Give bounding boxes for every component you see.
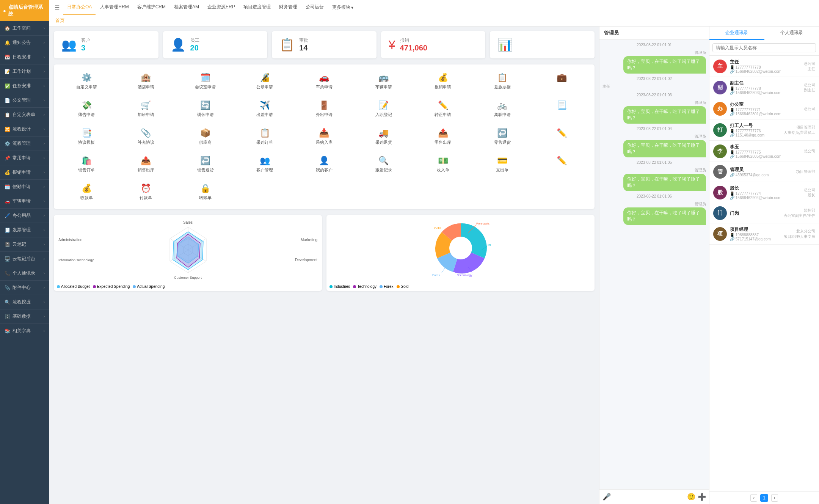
sidebar-item-自定义表单[interactable]: 📋自定义表单›	[0, 108, 49, 122]
icon-item[interactable]: ✏️转正申请	[415, 97, 471, 121]
icon-item[interactable]: 📑协议模板	[58, 124, 115, 149]
icon-item[interactable]: 📋差旅票据	[474, 69, 531, 94]
nav-item-企业资源ERP[interactable]: 企业资源ERP	[204, 0, 239, 15]
icon-item[interactable]: ✈️出差申请	[237, 97, 293, 121]
icon-item[interactable]: ⚙️自定义申请	[58, 69, 115, 94]
icon-item[interactable]: 📎补充协议	[118, 124, 174, 149]
icon-item[interactable]: 📃	[533, 97, 590, 121]
sidebar-item-附件中心[interactable]: 📎附件中心›	[0, 281, 49, 295]
icon-item[interactable]: 📤销售出库	[118, 152, 174, 177]
icon-item[interactable]: 🔍跟进记录	[355, 152, 412, 177]
icon-item[interactable]: 🔏公章申请	[237, 69, 293, 94]
sidebar-item-发票管理[interactable]: 🧾发票管理›	[0, 223, 49, 237]
sidebar-item-公文管理[interactable]: 📄公文管理›	[0, 93, 49, 108]
sidebar-item-云笔记后台[interactable]: 🖥️云笔记后台›	[0, 252, 49, 266]
icon-item[interactable]: 💰收款单	[58, 180, 115, 204]
contact-item[interactable]: 李 李玉 📱 177777777775 🔗 15668462805@weixin…	[709, 141, 819, 162]
contact-dept: 总公司	[804, 149, 815, 154]
icon-item[interactable]: 🛍️销售订单	[58, 152, 115, 177]
sidebar-item-日程安排[interactable]: 📅日程安排›	[0, 50, 49, 64]
contact-item[interactable]: 项 项目经理 📱 19888888887 🔗 571715147@qq.com …	[709, 223, 819, 245]
contact-item[interactable]: 副 副主任 📱 177777777778 🔗 15668462803@weixi…	[709, 77, 819, 98]
icon-item[interactable]: 💼	[533, 69, 590, 94]
sidebar-item-工作计划[interactable]: 📝工作计划›	[0, 64, 49, 79]
icon-item[interactable]: 🔒转账单	[177, 180, 234, 204]
radar-chart-card: Sales Marketing Development Customer Sup…	[54, 215, 322, 291]
nav-item-财务管理[interactable]: 财务管理	[275, 0, 301, 15]
tab-enterprise[interactable]: 企业通讯录	[709, 27, 764, 40]
contact-item[interactable]: 打 打工人一号 📱 177777777776 🔗 115140@qq.com 项…	[709, 119, 819, 141]
sidebar-item-常用申请[interactable]: 📌常用申请›	[0, 151, 49, 165]
contact-avatar: 副	[713, 81, 727, 94]
sidebar-item-云笔记[interactable]: 📓云笔记›	[0, 237, 49, 252]
icon-item[interactable]: 🚗车票申请	[296, 69, 353, 94]
sidebar-item-任务安排[interactable]: ✅任务安排›	[0, 79, 49, 93]
sidebar-item-车辆申请[interactable]: 🚗车辆申请›	[0, 194, 49, 209]
contact-item[interactable]: 主 主任 📱 177777777778 🔗 15668462802@weixin…	[709, 56, 819, 77]
icon-item[interactable]: 🚲离职申请	[474, 97, 531, 121]
icon-item[interactable]: 📋采购订单	[237, 124, 293, 149]
contact-search-input[interactable]	[712, 43, 816, 52]
chat-timestamp: 2023-08-22 01:01:02	[602, 77, 706, 81]
nav-item-项目进度管理[interactable]: 项目进度管理	[240, 0, 275, 15]
contact-item[interactable]: 股 股长 📱 177777777774 🔗 15668462904@weixin…	[709, 182, 819, 203]
page-number[interactable]: 1	[760, 494, 768, 502]
icon-item[interactable]: ↩️销售退货	[177, 152, 234, 177]
contact-item[interactable]: 管 管理员 🔗 43965374@qq.com 项目管理部	[709, 162, 819, 182]
icon-item[interactable]: 🏨酒店申请	[118, 69, 174, 94]
sidebar-item-流程管理[interactable]: ⚙️流程管理›	[0, 137, 49, 151]
icon-item[interactable]: ⏰付款单	[118, 180, 174, 204]
icon-item[interactable]: 📥采购入库	[296, 124, 353, 149]
hamburger-icon[interactable]: ☰	[52, 3, 62, 13]
icon-item[interactable]: 🚪外出申请	[296, 97, 353, 121]
more-modules-button[interactable]: 更多模块 ▾	[329, 3, 356, 12]
icon-item[interactable]: 📦供应商	[177, 124, 234, 149]
sidebar-item-基础数据[interactable]: 🗄️基础数据›	[0, 309, 49, 324]
contact-item[interactable]: 门 门岗 监控部 办公室副主任/主任	[709, 203, 819, 223]
sidebar-item-通知公告[interactable]: 🔔通知公告›	[0, 36, 49, 50]
sidebar-item-相关字典[interactable]: 📚相关字典›	[0, 324, 49, 338]
contact-dept: 总公司	[804, 106, 815, 111]
nav-item-档案管理AM[interactable]: 档案管理AM	[170, 0, 203, 15]
nav-item-公司运营[interactable]: 公司运营	[302, 0, 328, 15]
add-attachment-icon[interactable]: ➕	[698, 493, 706, 501]
sidebar-item-流程挖掘[interactable]: 🔍流程挖掘›	[0, 295, 49, 309]
icon-item[interactable]: ✏️	[533, 152, 590, 177]
icon-item[interactable]: 🚚采购退货	[355, 124, 412, 149]
icon-item[interactable]: 💸薄告申请	[58, 97, 115, 121]
icon-item[interactable]: 📤零售出库	[415, 124, 471, 149]
contact-name: 李玉	[730, 144, 801, 150]
icon-item[interactable]: 👤我的客户	[296, 152, 353, 177]
chevron-icon: ›	[44, 156, 45, 160]
icon-item[interactable]: 📝入职登记	[355, 97, 412, 121]
prev-page-button[interactable]: ‹	[750, 494, 757, 502]
nav-item-日常办公OA[interactable]: 日常办公OA	[63, 0, 96, 15]
sidebar-item-假勤申请[interactable]: 🗓️假勤申请›	[0, 180, 49, 194]
sidebar-item-个人通讯录[interactable]: 📞个人通讯录›	[0, 266, 49, 281]
icon-item[interactable]: 💰报销申请	[415, 69, 471, 94]
icon-item[interactable]: 🗓️会议室申请	[177, 69, 234, 94]
sidebar-item-办公用品[interactable]: 🖊️办公用品›	[0, 209, 49, 223]
icon-item[interactable]: 🚌车辆申请	[355, 69, 412, 94]
stat-label: 审批	[299, 37, 308, 44]
sidebar-item-工作空间[interactable]: 🏠工作空间›	[0, 21, 49, 36]
icon-item[interactable]: 🛒加班申请	[118, 97, 174, 121]
microphone-icon[interactable]: 🎤	[602, 493, 611, 501]
sidebar-item-流程设计[interactable]: 🔀流程设计›	[0, 122, 49, 137]
icon-item[interactable]: 👥客户管理	[237, 152, 293, 177]
emoji-icon[interactable]: 🙂	[687, 493, 695, 501]
icon-item[interactable]: 🔄调休申请	[177, 97, 234, 121]
next-page-button[interactable]: ›	[771, 494, 778, 502]
tab-personal[interactable]: 个人通讯录	[764, 27, 819, 40]
icon-item[interactable]: 💳支出单	[474, 152, 531, 177]
nav-item-人事管理HRM[interactable]: 人事管理HRM	[96, 0, 132, 15]
icon-item[interactable]: 💵收入单	[415, 152, 471, 177]
nav-item-客户维护CRM[interactable]: 客户维护CRM	[133, 0, 169, 15]
icon-item[interactable]: ↩️零售退货	[474, 124, 531, 149]
contact-item[interactable]: 办 办公室 📱 177777777771 🔗 15668462801@weixi…	[709, 98, 819, 119]
breadcrumb-home[interactable]: 首页	[55, 18, 64, 23]
grid-icon: 💰	[82, 184, 92, 193]
sidebar-item-报销申请[interactable]: 💰报销申请›	[0, 165, 49, 180]
contact-info: 门岗	[730, 210, 781, 217]
icon-item[interactable]: ✏️	[533, 124, 590, 149]
